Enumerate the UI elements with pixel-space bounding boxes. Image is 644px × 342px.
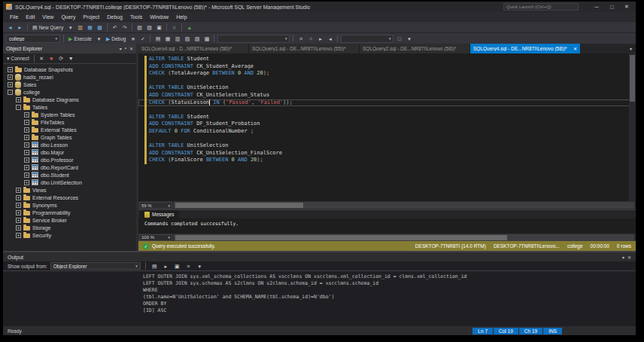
menu-item-debug[interactable]: Debug: [103, 14, 126, 20]
tree-item-sales[interactable]: +Sales: [3, 81, 136, 88]
autoscroll-button[interactable]: ▾: [196, 262, 204, 270]
go-to-message-button[interactable]: ▸: [162, 262, 170, 270]
cut-button[interactable]: ▧: [135, 23, 144, 32]
code-line[interactable]: ADD CONSTRAINT DF_Student_Probation: [138, 121, 636, 128]
code-line[interactable]: CHECK (TotalAverage BETWEEN 0 AND 20);: [138, 70, 636, 78]
menu-item-help[interactable]: Help: [172, 14, 190, 20]
output-source-combo[interactable]: Object Explorer ▾: [50, 262, 141, 270]
code-line[interactable]: ALTER TABLE UnitSelection: [138, 84, 636, 92]
tree-item-views[interactable]: +Views: [3, 186, 136, 194]
tree-item-security[interactable]: +Security: [3, 231, 136, 239]
expand-icon[interactable]: +: [16, 233, 21, 238]
pin-icon[interactable]: ▪: [125, 46, 126, 51]
tree-item-hadis-rezaei[interactable]: +hadis_rezaei: [3, 73, 136, 81]
close-icon[interactable]: ✕: [627, 255, 631, 260]
cancel-query-button[interactable]: ■: [129, 35, 137, 43]
expand-icon[interactable]: +: [24, 157, 29, 163]
nav-forward-button[interactable]: ►: [16, 23, 24, 32]
execute-options-button[interactable]: ▾: [95, 35, 103, 43]
execute-button[interactable]: ▶Execute: [67, 35, 93, 43]
document-tab[interactable]: SQLQuery4.sql - D...NR8TI\Lenovo (58))*: [138, 44, 249, 53]
chevron-down-icon[interactable]: ▾: [55, 36, 57, 41]
output-header[interactable]: Output ▾ ✕: [3, 252, 636, 261]
filter-button[interactable]: ▼: [67, 54, 75, 63]
tree-item-college[interactable]: -college: [3, 88, 136, 96]
expand-icon[interactable]: +: [16, 218, 21, 223]
word-wrap-button[interactable]: ≡: [184, 262, 193, 270]
activity-monitor-button[interactable]: ▲: [185, 23, 193, 32]
new-query-button[interactable]: ▤New Query: [31, 23, 65, 32]
results-to-file-button[interactable]: ▥: [173, 35, 181, 43]
expand-icon[interactable]: +: [24, 120, 29, 125]
tree-item-dbo-professor[interactable]: +dbo.Professor: [3, 156, 136, 163]
expand-icon[interactable]: +: [16, 97, 21, 102]
save-button[interactable]: ▦: [86, 23, 94, 32]
minimize-button[interactable]: ─: [591, 5, 603, 10]
tab-close-icon[interactable]: ✕: [573, 46, 577, 51]
uncomment-selection-button[interactable]: ≡: [306, 35, 314, 43]
copy-button[interactable]: ▨: [145, 23, 153, 32]
comment-selection-button[interactable]: ≡: [296, 35, 305, 43]
connect-button[interactable]: ▾Connect: [5, 54, 31, 63]
outdent-button[interactable]: ◂: [326, 35, 334, 43]
tree-item-synonyms[interactable]: +Synonyms: [3, 201, 136, 209]
tree-item-external-tables[interactable]: +External Tables: [3, 126, 136, 133]
menu-item-file[interactable]: File: [6, 14, 22, 20]
debugger-target-combo[interactable]: ▾: [217, 35, 290, 43]
expand-icon[interactable]: +: [24, 135, 29, 140]
code-line[interactable]: [138, 106, 636, 114]
expand-icon[interactable]: +: [16, 188, 21, 193]
title-bar[interactable]: SQLQuery4.sql - DESKTOP-7TNR8TI.college …: [3, 2, 636, 12]
expand-icon[interactable]: +: [24, 173, 29, 178]
expand-icon[interactable]: +: [8, 75, 13, 80]
expand-icon[interactable]: +: [24, 112, 29, 118]
menu-item-tools[interactable]: Tools: [126, 14, 146, 20]
editor-zoom-select[interactable]: 59 % ▾: [139, 202, 172, 209]
document-tab[interactable]: SQLQuery1.sql - DE...NR8TI\Lenovo (55))*: [249, 44, 360, 53]
expand-icon[interactable]: +: [24, 180, 29, 185]
code-line[interactable]: ALTER TABLE UnitSelection: [138, 142, 636, 150]
tree-item-tables[interactable]: -Tables: [3, 103, 136, 111]
open-file-button[interactable]: ▥: [76, 23, 84, 32]
tree-item-dbo-reportcard[interactable]: +dbo.ReportCard: [3, 163, 136, 171]
code-line[interactable]: ADD CONSTRAINT CK_UnitSelection_Status: [138, 92, 636, 99]
misc-tool-dropdown-button[interactable]: ▾: [405, 35, 413, 43]
code-line[interactable]: ADD CONSTRAINT CK_Student_Average: [138, 63, 636, 71]
code-line[interactable]: CHECK (StatusLesson IN ('Passed', 'Faile…: [138, 99, 636, 107]
disconnect-button[interactable]: ✕: [38, 54, 46, 63]
code-line[interactable]: DEFAULT 0 FOR ConditionalNumber ;: [138, 128, 636, 136]
expand-icon[interactable]: +: [8, 67, 13, 72]
code-line[interactable]: ADD CONSTRAINT CK_UnitSelection_FinalSco…: [138, 150, 636, 157]
expand-icon[interactable]: +: [16, 225, 21, 231]
parse-button[interactable]: ✓: [138, 35, 147, 43]
new-query-dropdown-button[interactable]: ▾: [66, 23, 74, 32]
tree-item-programmability[interactable]: +Programmability: [3, 209, 136, 216]
tree-item-system-tables[interactable]: +System Tables: [3, 111, 136, 118]
results-to-text-button[interactable]: ▤: [153, 35, 162, 43]
paste-button[interactable]: ▣: [155, 23, 163, 32]
redo-button[interactable]: ↷: [120, 23, 129, 32]
active-files-icon[interactable]: ▾: [630, 46, 632, 51]
scrollbar-thumb[interactable]: [175, 235, 507, 240]
expand-icon[interactable]: +: [16, 203, 21, 208]
find-button[interactable]: ○: [170, 23, 178, 32]
menu-item-window[interactable]: Window: [146, 14, 172, 20]
document-tab[interactable]: SQLQuery2.sql - DE...NR8TI\Lenovo (58))*: [360, 44, 470, 53]
editor-horizontal-scrollbar[interactable]: [174, 202, 634, 209]
messages-content[interactable]: Commands completed successfully.: [138, 218, 636, 234]
save-all-button[interactable]: ▩: [96, 23, 104, 32]
menu-item-view[interactable]: View: [38, 14, 57, 20]
tree-item-dbo-major[interactable]: +dbo.Major: [3, 148, 136, 156]
nav-back-button[interactable]: ◄: [6, 23, 14, 32]
undo-button[interactable]: ↶: [111, 23, 119, 32]
maximize-button[interactable]: □: [606, 5, 618, 10]
tree-item-dbo-student[interactable]: +dbo.Student: [3, 171, 136, 179]
close-button[interactable]: ✕: [621, 4, 633, 10]
tree-item-dbo-lesson[interactable]: +dbo.Lesson: [3, 141, 136, 148]
tree-item-storage[interactable]: +Storage: [3, 224, 136, 231]
code-line[interactable]: ALTER TABLE Student: [138, 56, 636, 63]
document-tab[interactable]: SQLQuery4.sql - DE...NR8TI\Lenovo (58))*…: [470, 44, 581, 53]
messages-horizontal-scrollbar[interactable]: [174, 234, 634, 241]
tree-item-graph-tables[interactable]: +Graph Tables: [3, 133, 136, 141]
available-databases-combo[interactable]: college▾: [6, 35, 60, 43]
